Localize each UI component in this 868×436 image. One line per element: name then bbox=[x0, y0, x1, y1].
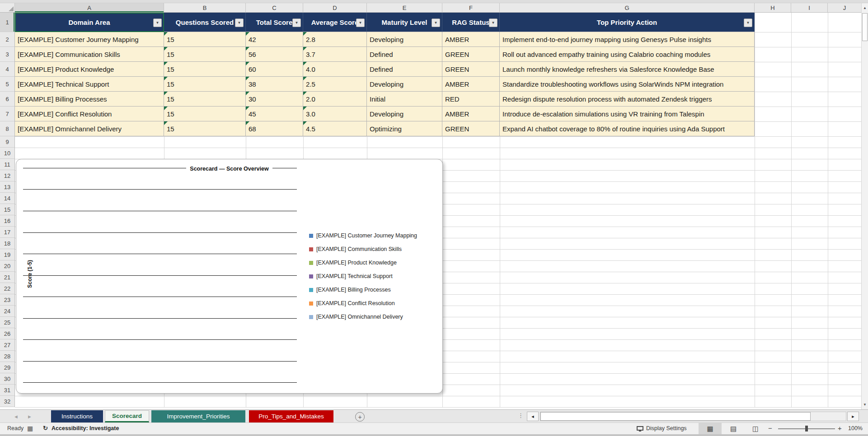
sheet-tab-improvement-priorities[interactable]: Improvement_Priorities bbox=[151, 410, 245, 422]
row-header[interactable]: 6 bbox=[0, 92, 14, 107]
column-header-letter[interactable]: I bbox=[791, 3, 828, 12]
filter-dropdown-icon[interactable]: ▼ bbox=[432, 19, 440, 27]
cell-rag[interactable]: RED bbox=[442, 92, 500, 107]
cell-maturity[interactable]: Optimizing bbox=[367, 121, 442, 136]
score-overview-chart[interactable]: Scorecard — Score Overview Score (1-5) [… bbox=[16, 159, 443, 394]
cell-total[interactable]: 60 bbox=[246, 62, 303, 77]
row-header[interactable]: 27 bbox=[0, 339, 14, 351]
cell-domain[interactable]: [EXAMPLE] Customer Journey Mapping bbox=[15, 32, 164, 47]
column-header-letter[interactable]: D bbox=[303, 3, 367, 12]
cell-average[interactable]: 4.0 bbox=[303, 62, 367, 77]
row-header[interactable]: 19 bbox=[0, 249, 14, 260]
header-average-score[interactable]: Average Score▼ bbox=[303, 13, 367, 32]
filter-dropdown-icon[interactable]: ▼ bbox=[489, 19, 497, 27]
row-header[interactable]: 5 bbox=[0, 77, 14, 92]
row-header[interactable]: 15 bbox=[0, 204, 14, 215]
cell-domain[interactable]: [EXAMPLE] Omnichannel Delivery bbox=[15, 121, 164, 136]
new-sheet-button[interactable]: + bbox=[355, 412, 365, 422]
row-header[interactable]: 16 bbox=[0, 215, 14, 227]
cell-average[interactable]: 3.7 bbox=[303, 47, 367, 62]
vertical-scroll-thumb[interactable] bbox=[862, 13, 868, 41]
cell-total[interactable]: 68 bbox=[246, 121, 303, 136]
cell-domain[interactable]: [EXAMPLE] Conflict Resolution bbox=[15, 107, 164, 121]
cell-total[interactable]: 56 bbox=[246, 47, 303, 62]
sheet-tab-instructions[interactable]: Instructions bbox=[51, 410, 103, 422]
row-header[interactable]: 7 bbox=[0, 107, 14, 121]
filter-dropdown-icon[interactable]: ▼ bbox=[744, 19, 752, 27]
display-settings-button[interactable]: Display Settings bbox=[646, 425, 687, 431]
cell-total[interactable]: 30 bbox=[246, 92, 303, 107]
row-header[interactable]: 18 bbox=[0, 238, 14, 249]
row-header[interactable]: 24 bbox=[0, 306, 14, 317]
scroll-down-icon[interactable]: ▼ bbox=[862, 400, 868, 409]
header-total-score[interactable]: Total Score▼ bbox=[246, 13, 303, 32]
view-normal-button[interactable]: ▦ bbox=[699, 423, 722, 434]
cell-total[interactable]: 45 bbox=[246, 107, 303, 121]
filter-dropdown-icon[interactable]: ▼ bbox=[235, 19, 244, 27]
horizontal-scrollbar[interactable] bbox=[540, 412, 846, 421]
cell-domain[interactable]: [EXAMPLE] Product Knowledge bbox=[15, 62, 164, 77]
cell-action[interactable]: Introduce de-escalation simulations usin… bbox=[500, 107, 755, 121]
cell-rag[interactable]: GREEN bbox=[442, 47, 500, 62]
column-header-letter[interactable]: C bbox=[246, 3, 303, 12]
row-header[interactable]: 23 bbox=[0, 294, 14, 306]
cell-domain[interactable]: [EXAMPLE] Technical Support bbox=[15, 77, 164, 92]
cell-action[interactable]: Expand AI chatbot coverage to 80% of rou… bbox=[500, 121, 755, 136]
cell-questions[interactable]: 15 bbox=[164, 47, 246, 62]
sheet-tab-scorecard[interactable]: Scorecard bbox=[105, 410, 149, 422]
row-header[interactable]: 29 bbox=[0, 362, 14, 373]
cell-questions[interactable]: 15 bbox=[164, 32, 246, 47]
cell-questions[interactable]: 15 bbox=[164, 107, 246, 121]
select-all-button[interactable] bbox=[0, 3, 15, 12]
row-header[interactable]: 20 bbox=[0, 260, 14, 272]
cell-rag[interactable]: AMBER bbox=[442, 32, 500, 47]
row-header[interactable]: 12 bbox=[0, 170, 14, 181]
cell-questions[interactable]: 15 bbox=[164, 62, 246, 77]
cell-questions[interactable]: 15 bbox=[164, 92, 246, 107]
cell-maturity[interactable]: Developing bbox=[367, 32, 442, 47]
header-maturity-level[interactable]: Maturity Level▼ bbox=[367, 13, 442, 32]
column-header-letter[interactable]: A bbox=[15, 3, 164, 12]
cell-rag[interactable]: AMBER bbox=[442, 77, 500, 92]
cell-maturity[interactable]: Developing bbox=[367, 107, 442, 121]
scroll-up-icon[interactable]: ▲ bbox=[862, 3, 868, 12]
row-header[interactable]: 4 bbox=[0, 62, 14, 77]
accessibility-status[interactable]: Accessibility: Investigate bbox=[52, 425, 119, 431]
row-header[interactable]: 22 bbox=[0, 283, 14, 294]
cell-rag[interactable]: GREEN bbox=[442, 62, 500, 77]
header-top-priority-action[interactable]: Top Priority Action▼ bbox=[500, 13, 755, 32]
cell-domain[interactable]: [EXAMPLE] Billing Processes bbox=[15, 92, 164, 107]
row-header[interactable]: 26 bbox=[0, 328, 14, 339]
cell-average[interactable]: 4.5 bbox=[303, 121, 367, 136]
row-header[interactable]: 31 bbox=[0, 385, 14, 396]
tab-bar-menu-icon[interactable]: ⋮ bbox=[518, 412, 524, 419]
row-header[interactable]: 8 bbox=[0, 121, 14, 136]
cell-average[interactable]: 2.0 bbox=[303, 92, 367, 107]
macro-record-icon[interactable]: ▦ bbox=[27, 425, 33, 432]
cell-action[interactable]: Launch monthly knowledge refreshers via … bbox=[500, 62, 755, 77]
sheet-tab-pro-tips-and-mistakes[interactable]: Pro_Tips_and_Mistakes bbox=[249, 410, 333, 422]
row-header[interactable]: 1 bbox=[0, 13, 14, 32]
column-header-letter[interactable]: G bbox=[500, 3, 755, 12]
column-header-letter[interactable]: J bbox=[828, 3, 861, 12]
row-header[interactable]: 14 bbox=[0, 193, 14, 204]
cell-maturity[interactable]: Developing bbox=[367, 77, 442, 92]
filter-dropdown-icon[interactable]: ▼ bbox=[356, 19, 365, 27]
zoom-out-icon[interactable]: − bbox=[768, 424, 772, 432]
row-header[interactable]: 17 bbox=[0, 227, 14, 238]
cell-average[interactable]: 2.8 bbox=[303, 32, 367, 47]
column-header-letter[interactable]: H bbox=[755, 3, 791, 12]
row-header[interactable]: 2 bbox=[0, 32, 14, 47]
zoom-in-icon[interactable]: + bbox=[838, 424, 842, 432]
filter-dropdown-icon[interactable]: ▼ bbox=[153, 19, 162, 27]
cell-rag[interactable]: AMBER bbox=[442, 107, 500, 121]
horizontal-scroll-thumb[interactable] bbox=[540, 412, 811, 421]
header-domain-area[interactable]: Domain Area▼ bbox=[15, 13, 164, 32]
column-header-letter[interactable]: B bbox=[164, 3, 246, 12]
row-header[interactable]: 32 bbox=[0, 396, 14, 407]
filter-dropdown-icon[interactable]: ▼ bbox=[292, 19, 301, 27]
tab-scroll-left-icon[interactable]: ◄ bbox=[14, 414, 19, 419]
header-rag-status[interactable]: RAG Status▼ bbox=[442, 13, 500, 32]
cell-total[interactable]: 38 bbox=[246, 77, 303, 92]
cell-maturity[interactable]: Defined bbox=[367, 47, 442, 62]
